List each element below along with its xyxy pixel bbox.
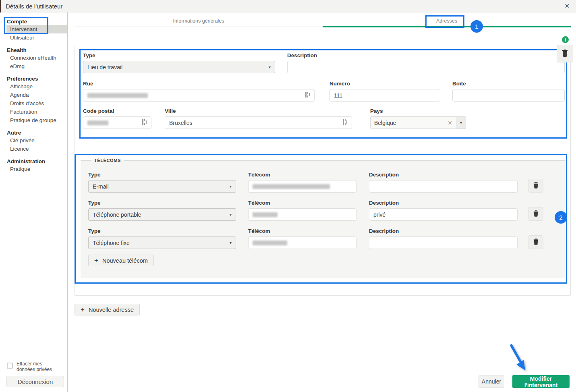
sidebar-header-compte: Compte [0,18,67,25]
sidebar-section-administration: Administration Pratique [0,158,67,173]
sidebar-item-agenda[interactable]: Agenda [0,91,67,99]
city-lookup-icon[interactable] [343,119,348,127]
sidebar-header-ehealth: Ehealth [0,47,67,54]
clear-private-data-label: Effacer mes données privées [17,361,62,372]
telecom-value-field[interactable] [248,180,356,193]
chevron-down-icon: ▾ [460,120,462,125]
sidebar-section-preferences: Préférences Affichage Agenda Droits d'ac… [0,75,67,124]
telecom-row: Type Téléphone fixe ▾ Télécom Descrip [88,228,558,249]
tab-informations-generales[interactable]: Informations générales [75,15,323,27]
delete-telecom-button[interactable] [528,207,543,221]
trash-icon [562,50,568,58]
plus-icon: + [81,306,85,314]
sidebar-item-affichage[interactable]: Affichage [0,82,67,91]
address-type-value: Lieu de travail [87,64,122,71]
box-input[interactable] [457,92,560,99]
country-dropdown-button[interactable]: ▾ [456,116,466,129]
telecom-description-input[interactable] [373,183,513,190]
telecom-value-field[interactable] [248,236,356,249]
telecom-description-input[interactable] [373,240,513,246]
sidebar-header-autre: Autre [0,129,67,136]
country-value: Belgique [374,120,448,126]
telecoms-section-title: TÉLÉCOMS [91,158,124,163]
postal-lookup-icon[interactable] [142,119,147,127]
sidebar-item-edmg[interactable]: eDmg [0,62,67,71]
clear-private-data-checkbox[interactable] [7,363,13,369]
sidebar-item-cle-privee[interactable]: Clé privée [0,136,67,145]
telecom-value-field[interactable] [248,208,356,221]
info-icon[interactable]: i [562,36,569,43]
city-input[interactable] [169,120,343,126]
clear-icon[interactable]: ✕ [448,120,452,126]
telecom-type-label: Type [88,228,236,234]
telecom-type-select-mobile[interactable]: Téléphone portable ▾ [88,208,236,221]
chevron-down-icon: ▾ [269,65,271,69]
country-field[interactable]: Belgique ✕ [370,116,456,129]
address-type-select[interactable]: Lieu de travail ▾ [83,61,275,73]
sidebar-section-compte: Compte Intervenant Utilisateur [0,18,67,42]
city-field[interactable] [165,116,352,129]
sidebar-item-connexion-ehealth[interactable]: Connexion eHealth [0,54,67,62]
box-field[interactable] [452,89,565,102]
telecom-description-field[interactable] [369,236,518,249]
telecom-value-label: Télécom [248,200,356,206]
sidebar-item-utilisateur[interactable]: Utilisateur [0,33,67,42]
chevron-down-icon: ▾ [230,184,232,189]
city-label: Ville [165,108,352,114]
delete-address-button[interactable] [557,45,573,62]
modify-intervenant-button[interactable]: Modifier l'intervenant [512,375,570,388]
street-label: Rue [83,81,315,87]
annotation-badge-1: 1 [470,20,483,33]
trash-icon [533,210,539,218]
sidebar-item-facturation[interactable]: Facturation [0,108,67,116]
new-address-button[interactable]: + Nouvelle adresse [75,304,140,315]
telecom-type-value: E-mail [93,183,109,190]
main-content: Informations générales Adresses 1 i Type… [68,12,576,392]
sidebar-section-ehealth: Ehealth Connexion eHealth eDmg [0,47,67,71]
box-label: Boîte [452,81,565,87]
telecom-description-field[interactable] [369,208,518,221]
address-lookup-icon[interactable] [305,91,310,99]
sidebar-item-licence[interactable]: Licence [0,145,67,153]
delete-telecom-button[interactable] [528,235,543,249]
sidebar-item-pratique-de-groupe[interactable]: Pratique de groupe [0,116,67,124]
telecom-description-field[interactable] [369,180,518,193]
telecom-type-select-landline[interactable]: Téléphone fixe ▾ [88,236,236,249]
trash-icon [533,182,539,190]
sidebar-header-preferences: Préférences [0,75,67,82]
telecom-type-value: Téléphone portable [93,212,141,218]
redacted-landline-value [253,241,287,245]
telecom-type-select-email[interactable]: E-mail ▾ [88,180,236,193]
new-telecom-button[interactable]: + Nouveau télécom [88,255,154,266]
number-field[interactable] [329,89,440,102]
telecom-row: Type Téléphone portable ▾ Télécom Des [88,200,558,221]
redacted-mobile-value [253,212,278,217]
postal-code-field[interactable] [83,116,151,129]
address-description-field[interactable] [287,61,565,73]
telecom-row: Type E-mail ▾ Télécom Description [88,172,558,193]
sidebar-item-pratique[interactable]: Pratique [0,165,67,173]
number-input[interactable] [334,92,436,99]
telecom-type-label: Type [88,200,236,206]
dialog-title: Détails de l'utilisateur [6,3,62,10]
sidebar-section-autre: Autre Clé privée Licence [0,129,67,153]
trash-icon [533,239,539,246]
new-telecom-label: Nouveau télécom [102,257,148,264]
telecom-description-label: Description [369,228,518,234]
tab-adresses[interactable]: Adresses [323,15,571,27]
telecom-description-label: Description [369,172,518,178]
plus-icon: + [94,257,98,265]
address-description-input[interactable] [292,64,560,71]
redacted-street-value [87,93,148,98]
redacted-email-value [253,184,330,189]
close-icon[interactable]: ✕ [564,2,570,10]
sidebar-item-droits-acces[interactable]: Droits d'accès [0,99,67,108]
country-combo: Belgique ✕ ▾ [370,116,466,129]
logout-button[interactable]: Déconnexion [6,376,64,387]
street-field[interactable] [83,89,315,102]
delete-telecom-button[interactable] [528,179,543,193]
annotation-arrow [506,342,534,378]
sidebar-item-intervenant[interactable]: Intervenant [0,25,67,33]
telecom-description-input[interactable] [373,212,513,218]
cancel-button[interactable]: Annuler [479,375,504,388]
